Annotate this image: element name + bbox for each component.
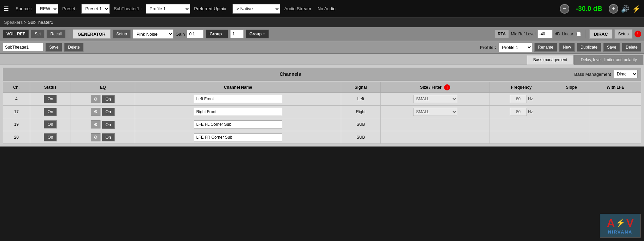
status-on-button-3[interactable]: On [44,133,57,141]
recall-button[interactable]: Recall [47,30,65,38]
preset-select[interactable]: Preset 1 [81,4,110,14]
cell-status-0: On [30,93,71,106]
profile-select[interactable]: Profile 1 [498,42,532,52]
save-subtheater-button[interactable]: Save [45,43,62,52]
cell-name-1 [135,105,341,118]
dirac-setup-button[interactable]: Setup [614,29,632,39]
volume-display: -30.0 dB [572,5,606,13]
duplicate-profile-button[interactable]: Duplicate [577,43,601,52]
volume-control: − -30.0 dB + 🔊 ⚡ [560,4,641,14]
group-minus-button[interactable]: Group - [206,30,228,38]
cell-slope-3 [553,131,590,144]
cell-freq-1: Hz [490,105,553,118]
cell-size-1: SMALLLARGE [381,105,490,118]
status-on-button-0[interactable]: On [44,95,57,103]
col-eq: EQ [71,82,135,93]
logo-area: A ⚡ V NIRVANA [600,214,641,238]
cell-lfe-1 [590,105,641,118]
speaker-icon[interactable]: 🔊 [621,5,629,13]
eq-on-button-3[interactable]: On [102,133,115,141]
audio-stream-label: Audio Stream : [284,6,313,11]
channel-name-input-3[interactable] [194,133,282,141]
cell-freq-3 [490,131,553,144]
logo-box: A ⚡ V NIRVANA [600,214,641,238]
upmix-select[interactable]: > Native [233,4,280,14]
channel-name-input-0[interactable] [194,95,282,103]
subtheater-select[interactable]: Profile 1 [146,4,190,14]
cell-freq-2 [490,118,553,131]
rename-profile-button[interactable]: Rename [534,43,557,52]
hz-label-0: Hz [528,97,533,101]
top-bar: ☰ Source : REW Preset : Preset 1 SubThea… [0,0,644,18]
cell-ch-0: 4 [3,93,30,106]
group-value-input[interactable] [230,30,244,38]
channel-name-input-2[interactable] [194,120,282,128]
eq-gear-button-0[interactable]: ⚙ [91,95,100,103]
cell-size-0: SMALLLARGE [381,93,490,106]
group-plus-button[interactable]: Group + [246,30,269,38]
volume-up-button[interactable]: + [609,4,618,14]
profile-bar-right: Profile : Profile 1 Rename New Duplicate… [480,42,641,52]
set-button[interactable]: Set [31,30,44,38]
col-frequency: Frequency [490,82,553,93]
cell-lfe-2 [590,118,641,131]
generator-button[interactable]: GENERATOR [73,29,111,39]
lightning-icon[interactable]: ⚡ [632,5,641,13]
freq-input-1[interactable] [510,108,527,116]
col-size-filter: Size / Filter ! [381,82,490,93]
cell-name-3 [135,131,341,144]
generator-setup-button[interactable]: Setup [113,30,131,38]
new-profile-button[interactable]: New [559,43,575,52]
eq-gear-button-2[interactable]: ⚙ [91,120,100,128]
cell-name-0 [135,93,341,106]
eq-on-button-1[interactable]: On [102,108,115,116]
cell-lfe-0 [590,93,641,106]
size-select-0[interactable]: SMALLLARGE [413,95,457,103]
cell-ch-2: 19 [3,118,30,131]
mic-ref-input[interactable] [537,30,553,38]
cell-size-2 [381,118,490,131]
audio-stream-value: No Audio [317,6,335,11]
gain-input[interactable] [187,30,204,38]
delete-subtheater-button[interactable]: Delete [64,43,84,52]
tab-bass-management[interactable]: Bass management [527,55,574,65]
table-header-row: Ch. Status EQ Channel Name Signal Size /… [3,82,641,93]
cell-status-3: On [30,131,71,144]
hz-label-1: Hz [528,109,533,114]
cell-eq-0: ⚙ On [71,93,135,106]
menu-icon[interactable]: ☰ [3,5,9,13]
col-with-lfe: With LFE [590,82,641,93]
save-profile-button[interactable]: Save [603,43,620,52]
cell-size-3 [381,131,490,144]
bass-management-select[interactable]: Dirac Off Manual [614,70,638,78]
col-slope: Slope [553,82,590,93]
subtheater-name-input[interactable] [3,43,43,52]
source-select[interactable]: REW [36,4,58,14]
eq-on-button-0[interactable]: On [102,95,115,103]
eq-gear-button-3[interactable]: ⚙ [91,133,100,141]
tab-delay-level[interactable]: Delay, level, limiter and polarity [574,55,643,65]
channel-name-input-1[interactable] [194,108,282,116]
eq-on-button-2[interactable]: On [102,121,115,129]
toolbar-right: RTA Mic Ref Level dB Linear DIRAC Setup … [495,29,641,39]
status-on-button-2[interactable]: On [44,120,57,128]
preset-label: Preset : [62,6,77,11]
rta-button[interactable]: RTA [495,30,509,38]
size-select-1[interactable]: SMALLLARGE [413,108,457,116]
upmix-label: Preferred Upmix : [194,6,229,11]
cell-ch-3: 20 [3,131,30,144]
freq-input-0[interactable] [510,95,527,103]
volume-down-button[interactable]: − [560,4,569,14]
cell-eq-1: ⚙ On [71,105,135,118]
vol-ref-button[interactable]: VOL. REF [3,30,29,38]
generator-type-select[interactable]: Pink Noise White Noise Sine Wave Sweep [133,29,173,39]
eq-gear-button-1[interactable]: ⚙ [91,108,100,116]
bass-management-label: Bass Management [574,72,611,77]
breadcrumb-speakers[interactable]: Speakers [4,20,23,25]
delete-profile-button[interactable]: Delete [622,43,641,52]
subtheater-label: SubTheater1 : [114,6,142,11]
status-on-button-1[interactable]: On [44,108,57,116]
linear-checkbox[interactable] [576,32,581,36]
main-content: Bass management Delay, level, limiter an… [0,54,644,147]
dirac-button[interactable]: DIRAC [589,29,612,39]
